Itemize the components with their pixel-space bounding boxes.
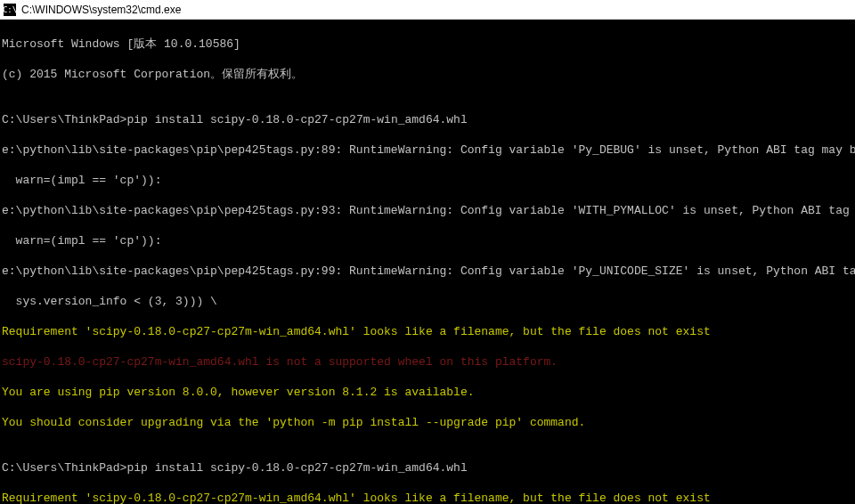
- warning-line: e:\python\lib\site-packages\pip\pep425ta…: [2, 142, 853, 158]
- error-line: scipy-0.18.0-cp27-cp27m-win_amd64.whl is…: [2, 354, 853, 370]
- pip-notice-line: You should consider upgrading via the 'p…: [2, 415, 853, 430]
- prompt-line: C:\Users\ThinkPad>pip install scipy-0.18…: [2, 112, 853, 127]
- titlebar[interactable]: C:\ C:\WINDOWS\system32\cmd.exe: [0, 0, 855, 20]
- requirement-line: Requirement 'scipy-0.18.0-cp27-cp27m-win…: [2, 324, 853, 339]
- pip-notice-line: You are using pip version 8.0.0, however…: [2, 385, 853, 400]
- output-line: (c) 2015 Microsoft Corporation。保留所有权利。: [2, 67, 853, 82]
- prompt-line: C:\Users\ThinkPad>pip install scipy-0.18…: [2, 460, 853, 476]
- warning-line: sys.version_info < (3, 3))) \: [2, 294, 853, 309]
- warning-line: e:\python\lib\site-packages\pip\pep425ta…: [2, 203, 853, 218]
- cmd-window: C:\ C:\WINDOWS\system32\cmd.exe Microsof…: [0, 0, 855, 504]
- warning-line: e:\python\lib\site-packages\pip\pep425ta…: [2, 264, 853, 279]
- warning-line: warn=(impl == 'cp')):: [2, 173, 853, 188]
- warning-line: warn=(impl == 'cp')):: [2, 233, 853, 248]
- cmd-icon: C:\: [4, 4, 16, 16]
- terminal-output[interactable]: Microsoft Windows [版本 10.0.10586] (c) 20…: [0, 20, 855, 504]
- requirement-line: Requirement 'scipy-0.18.0-cp27-cp27m-win…: [2, 491, 853, 504]
- window-title: C:\WINDOWS\system32\cmd.exe: [21, 4, 181, 16]
- output-line: Microsoft Windows [版本 10.0.10586]: [2, 37, 853, 52]
